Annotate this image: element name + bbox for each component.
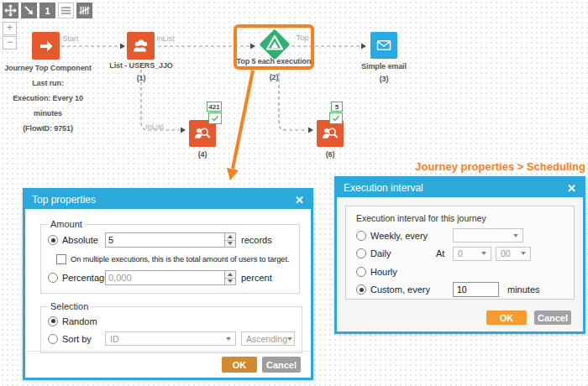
absolute-label[interactable]: Absolute xyxy=(62,235,105,245)
sort-order-value: Ascending xyxy=(246,334,287,344)
percentage-radio[interactable] xyxy=(48,273,58,283)
percentage-label[interactable]: Percentage xyxy=(62,273,105,283)
check-icon xyxy=(211,115,219,122)
diagonal-arrow-icon xyxy=(24,5,34,16)
sort-order-select[interactable]: Ascending xyxy=(241,331,295,346)
list-node-info: List - USERS_JJO (1) xyxy=(99,61,183,82)
list-view-button[interactable] xyxy=(58,3,74,18)
audience-search-icon xyxy=(320,123,340,143)
envelope-icon xyxy=(374,35,394,55)
dialog-titlebar: Top properties ✕ xyxy=(25,190,311,209)
scheduling-breadcrumb: Journey properties > Scheduling xyxy=(334,160,585,173)
cancel-button[interactable]: Cancel xyxy=(534,310,571,325)
random-label[interactable]: Random xyxy=(62,316,97,326)
spinner-down-icon[interactable] xyxy=(225,241,235,248)
ok-button[interactable]: OK xyxy=(486,310,527,325)
start-node[interactable] xyxy=(32,32,60,60)
single-step-button[interactable]: 1 xyxy=(39,3,55,18)
daily-label[interactable]: Daily xyxy=(370,248,391,258)
email-node-index: (3) xyxy=(350,75,417,83)
multiple-executions-label[interactable]: On multiple executions, this is the tota… xyxy=(71,255,289,263)
records-spinner xyxy=(224,233,235,247)
absolute-records-input[interactable] xyxy=(106,233,224,247)
hour-select[interactable]: 0 xyxy=(453,247,491,261)
percent-label: percent xyxy=(241,273,272,283)
spinner-down-icon[interactable] xyxy=(225,279,235,285)
pan-button[interactable] xyxy=(3,3,18,18)
hourly-radio[interactable] xyxy=(356,267,366,277)
arrow-right-icon xyxy=(37,37,55,55)
hourly-label[interactable]: Hourly xyxy=(370,267,397,277)
zoom-controls: + − xyxy=(3,22,17,50)
percent-spinner xyxy=(224,271,235,284)
records-label: records xyxy=(241,235,272,245)
custom-radio[interactable] xyxy=(356,284,366,295)
start-node-flowid: (FlowID: 9751) xyxy=(0,121,97,136)
sort-field-value: ID xyxy=(110,334,119,344)
amount-legend: Amount xyxy=(48,219,85,229)
start-node-lastrun: Last run: xyxy=(0,76,97,91)
amount-group: Amount Absolute records On multiple exec… xyxy=(40,219,300,294)
spinner-up-icon[interactable] xyxy=(225,271,235,279)
selection-legend: Selection xyxy=(48,301,91,311)
ok-button[interactable]: OK xyxy=(222,357,257,373)
close-icon[interactable]: ✕ xyxy=(295,195,304,206)
sort-field-select[interactable]: ID xyxy=(105,331,236,346)
canvas-toolbar: 1 xyxy=(3,3,92,18)
absolute-records-field xyxy=(105,232,236,248)
sortby-radio[interactable] xyxy=(48,334,58,344)
weekly-label[interactable]: Weekly, every xyxy=(370,231,428,241)
audience-search-icon xyxy=(192,123,213,143)
chevron-down-icon xyxy=(226,337,231,341)
selection-group: Selection Random Sort by ID Ascending xyxy=(40,301,302,353)
daily-radio[interactable] xyxy=(356,248,366,258)
start-node-execution: Execution: Every 10 minutes xyxy=(0,91,97,121)
custom-minutes-input[interactable] xyxy=(453,282,499,297)
callout-arrow xyxy=(227,70,253,180)
move-icon xyxy=(4,4,17,17)
counters-button[interactable] xyxy=(76,3,92,18)
zoom-in-button[interactable]: + xyxy=(3,22,17,35)
top-node[interactable] xyxy=(259,29,291,60)
weekday-select[interactable] xyxy=(453,228,523,243)
dialog-title: Execution interval xyxy=(344,182,423,194)
minute-value: 00 xyxy=(501,248,511,258)
result-node-4-index: (4) xyxy=(176,150,229,159)
list-node-index: (1) xyxy=(99,74,183,82)
success-badge xyxy=(208,112,222,124)
start-node-info: Journey Top Component Last run: Executio… xyxy=(0,60,97,136)
count-badge: 421 xyxy=(207,102,222,112)
email-node-title: Simple email xyxy=(350,62,417,70)
top-properties-dialog: Top properties ✕ Amount Absolute records xyxy=(23,188,313,380)
minutes-label: minutes xyxy=(507,284,540,295)
cancel-button[interactable]: Cancel xyxy=(262,357,301,373)
email-node-info: Simple email (3) xyxy=(350,62,417,83)
close-icon[interactable]: ✕ xyxy=(567,183,576,194)
absolute-radio[interactable] xyxy=(48,235,58,245)
email-node[interactable] xyxy=(370,32,397,59)
chevron-down-icon xyxy=(513,234,518,237)
top-node-index: (2) xyxy=(234,73,314,81)
minute-select[interactable]: 00 xyxy=(496,247,531,261)
sortby-label[interactable]: Sort by xyxy=(62,334,105,344)
dialog-titlebar: Execution interval ✕ xyxy=(337,179,583,197)
audience-icon xyxy=(131,36,151,56)
dialog-footer: OK Cancel xyxy=(25,351,311,378)
percentage-field xyxy=(105,270,236,285)
spinner-up-icon[interactable] xyxy=(225,233,235,241)
result-node-6-index: (6) xyxy=(303,150,357,159)
list-icon xyxy=(60,5,71,16)
list-node[interactable] xyxy=(127,32,155,60)
weekly-radio[interactable] xyxy=(356,231,366,241)
execution-interval-panel: Execution interval for this journey Week… xyxy=(345,206,575,300)
journey-canvas: 1 + − Start InList Top InList Journ xyxy=(0,0,588,386)
percentage-input[interactable] xyxy=(106,271,224,284)
dialog-title: Top properties xyxy=(32,194,96,206)
multiple-executions-checkbox[interactable] xyxy=(56,254,66,264)
chevron-down-icon xyxy=(287,337,292,341)
random-radio[interactable] xyxy=(48,316,58,326)
custom-label[interactable]: Custom, every xyxy=(370,284,430,295)
select-button[interactable] xyxy=(21,3,37,18)
chevron-down-icon xyxy=(521,252,526,255)
zoom-out-button[interactable]: − xyxy=(3,36,17,50)
